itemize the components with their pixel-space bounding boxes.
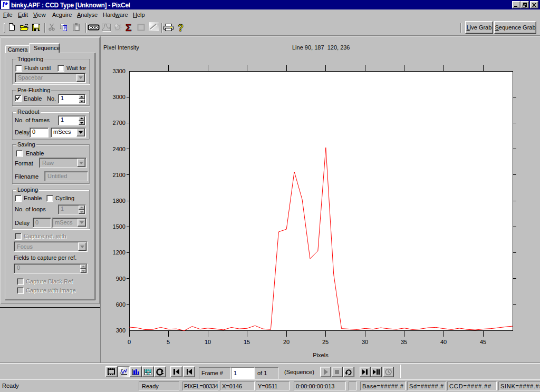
- svg-text:2100: 2100: [113, 172, 126, 178]
- svg-text:1800: 1800: [113, 198, 126, 204]
- svg-text:2400: 2400: [113, 146, 126, 152]
- svg-text:900: 900: [116, 276, 126, 282]
- svg-text:35: 35: [401, 339, 407, 345]
- svg-text:25: 25: [322, 339, 329, 345]
- svg-text:3300: 3300: [113, 68, 126, 74]
- svg-text:Σ: Σ: [126, 22, 131, 33]
- svg-text:20: 20: [283, 339, 290, 345]
- svg-text:2700: 2700: [113, 120, 126, 126]
- svg-text:300: 300: [116, 327, 126, 334]
- svg-text:Pixels: Pixels: [313, 352, 329, 358]
- svg-text:600: 600: [116, 301, 126, 308]
- svg-text:15: 15: [244, 339, 250, 345]
- svg-text:30: 30: [362, 339, 368, 345]
- svg-text:?: ?: [178, 23, 184, 33]
- svg-text:1200: 1200: [113, 249, 126, 256]
- svg-text:0: 0: [128, 339, 131, 345]
- svg-text:40: 40: [440, 339, 447, 345]
- svg-text:3000: 3000: [113, 94, 126, 100]
- svg-text:10: 10: [205, 339, 211, 345]
- svg-text:5: 5: [167, 339, 170, 345]
- svg-text:45: 45: [480, 339, 486, 345]
- svg-text:1500: 1500: [113, 223, 126, 230]
